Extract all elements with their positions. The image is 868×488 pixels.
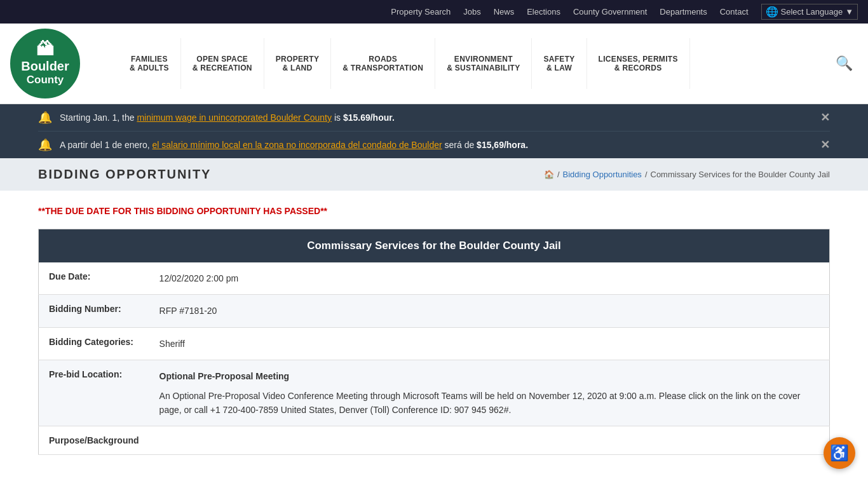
pre-proposal-title: Optional Pre-Proposal Meeting: [159, 369, 819, 383]
site-header: 🏔 Boulder County FAMILIES & ADULTS OPEN …: [0, 24, 868, 104]
nav-label-line1: SAFETY: [543, 55, 574, 64]
topnav-elections[interactable]: Elections: [527, 7, 560, 17]
table-row: Purpose/Background: [39, 426, 830, 455]
bidding-categories-value: Sheriff: [149, 327, 830, 360]
due-date-value: 12/02/2020 2:00 pm: [149, 262, 830, 295]
breadcrumb-current: Commissary Services for the Boulder Coun…: [651, 170, 831, 179]
nav-property-land[interactable]: PROPERTY & LAND: [264, 38, 331, 89]
nav-label-line2: & RECORDS: [614, 64, 662, 72]
nav-label-line1: FAMILIES: [131, 55, 168, 64]
nav-label-line1: LICENSES, PERMITS: [599, 55, 678, 64]
alert-close-english[interactable]: ✕: [820, 111, 830, 125]
purpose-label: Purpose/Background: [39, 426, 149, 455]
nav-label-line2: & LAND: [282, 64, 312, 72]
nav-label-line2: & LAW: [546, 64, 572, 72]
alert-text-spanish: A partir del 1 de enero, el salario míni…: [60, 140, 813, 150]
bidding-categories-label: Bidding Categories:: [39, 327, 149, 360]
bell-icon-spanish: 🔔: [38, 138, 52, 152]
due-date-label: Due Date:: [39, 262, 149, 295]
nav-open-space[interactable]: OPEN SPACE & RECREATION: [181, 38, 264, 89]
language-selector[interactable]: 🌐 Select Language ▼: [761, 4, 858, 20]
pre-proposal-text: An Optional Pre-Proposal Video Conferenc…: [159, 391, 801, 415]
language-label: Select Language: [781, 7, 843, 17]
page-header: BIDDING OPPORTUNITY 🏠 / Bidding Opportun…: [0, 158, 868, 191]
table-row: Pre-bid Location: Optional Pre-Proposal …: [39, 360, 830, 426]
nav-licenses-permits[interactable]: LICENSES, PERMITS & RECORDS: [587, 38, 690, 89]
nav-families-adults[interactable]: FAMILIES & ADULTS: [118, 38, 181, 89]
logo-line1: Boulder: [21, 58, 69, 74]
top-navigation: Property Search Jobs News Elections Coun…: [0, 0, 868, 24]
table-title: Commissary Services for the Boulder Coun…: [39, 229, 830, 263]
breadcrumb-bidding-opportunities[interactable]: Bidding Opportunities: [563, 170, 642, 179]
bidding-number-value: RFP #7181-20: [149, 295, 830, 327]
nav-label-line1: PROPERTY: [276, 55, 319, 64]
nav-label-line1: ROADS: [369, 55, 397, 64]
alert-bold-english: $15.69/hour.: [343, 112, 395, 123]
alert-link-spanish[interactable]: el salario mínimo local en la zona no in…: [153, 140, 442, 150]
accessibility-icon: ♿: [830, 444, 849, 462]
accessibility-button[interactable]: ♿: [824, 437, 855, 469]
alerts-bar: 🔔 Starting Jan. 1, the minimum wage in u…: [0, 104, 868, 158]
mountain-icon: 🏔: [36, 41, 54, 58]
main-navigation: FAMILIES & ADULTS OPEN SPACE & RECREATIO…: [118, 38, 858, 89]
nav-label-line1: OPEN SPACE: [196, 55, 248, 64]
nav-safety-law[interactable]: SAFETY & LAW: [532, 38, 587, 89]
breadcrumb: 🏠 / Bidding Opportunities / Commissary S…: [544, 170, 830, 179]
chevron-down-icon: ▼: [845, 7, 853, 17]
nav-roads-transportation[interactable]: ROADS & TRANSPORTATION: [331, 38, 435, 89]
page-title: BIDDING OPPORTUNITY: [38, 167, 211, 182]
bidding-table: Commissary Services for the Boulder Coun…: [38, 229, 830, 455]
search-button[interactable]: 🔍: [831, 50, 858, 77]
purpose-value: [149, 426, 830, 455]
topnav-property-search[interactable]: Property Search: [391, 7, 451, 17]
nav-label-line2: & TRANSPORTATION: [342, 64, 423, 72]
topnav-news[interactable]: News: [494, 7, 515, 17]
alert-row-spanish: 🔔 A partir del 1 de enero, el salario mí…: [38, 132, 830, 158]
prebid-location-label: Pre-bid Location:: [39, 360, 149, 426]
alert-close-spanish[interactable]: ✕: [820, 138, 830, 152]
topnav-county-government[interactable]: County Government: [573, 7, 647, 17]
bell-icon: 🔔: [38, 111, 52, 125]
nav-label-line2: & RECREATION: [193, 64, 252, 72]
breadcrumb-separator-2: /: [645, 170, 648, 179]
globe-icon: 🌐: [766, 6, 778, 18]
logo: 🏔 Boulder County: [10, 29, 80, 98]
nav-label-line2: & ADULTS: [130, 64, 169, 72]
nav-label-line2: & SUSTAINABILITY: [447, 64, 520, 72]
table-row: Due Date: 12/02/2020 2:00 pm: [39, 262, 830, 295]
nav-label-line1: ENVIRONMENT: [454, 55, 513, 64]
topnav-contact[interactable]: Contact: [720, 7, 749, 17]
logo-line2: County: [27, 74, 64, 86]
table-row: Bidding Categories: Sheriff: [39, 327, 830, 360]
main-content: **THE DUE DATE FOR THIS BIDDING OPPORTUN…: [0, 191, 868, 480]
alert-link-english[interactable]: minimum wage in unincorporated Boulder C…: [137, 112, 332, 123]
table-row: Bidding Number: RFP #7181-20: [39, 295, 830, 327]
due-date-warning: **THE DUE DATE FOR THIS BIDDING OPPORTUN…: [38, 206, 830, 216]
topnav-jobs[interactable]: Jobs: [463, 7, 480, 17]
alert-row-english: 🔔 Starting Jan. 1, the minimum wage in u…: [38, 104, 830, 132]
home-icon[interactable]: 🏠: [544, 170, 554, 179]
breadcrumb-separator: /: [557, 170, 560, 179]
topnav-departments[interactable]: Departments: [660, 7, 707, 17]
logo-container[interactable]: 🏔 Boulder County: [10, 24, 118, 104]
alert-bold-spanish: $15,69/hora.: [477, 140, 528, 150]
nav-environment[interactable]: ENVIRONMENT & SUSTAINABILITY: [435, 38, 532, 89]
bidding-number-label: Bidding Number:: [39, 295, 149, 327]
alert-text-english: Starting Jan. 1, the minimum wage in uni…: [60, 112, 813, 123]
prebid-location-value: Optional Pre-Proposal Meeting An Optiona…: [149, 360, 830, 426]
